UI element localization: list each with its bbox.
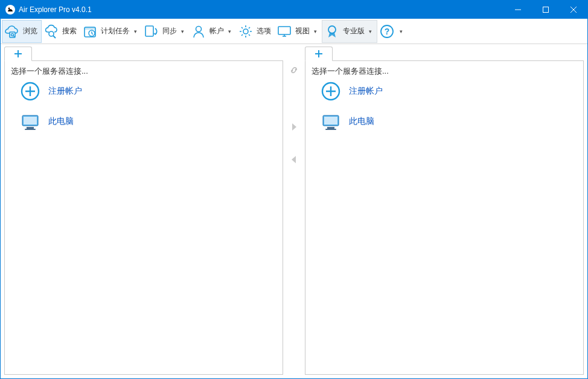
arrow-right-icon[interactable] [289, 121, 299, 132]
toolbar-help[interactable]: ? ▾ [377, 20, 407, 43]
right-pane: 选择一个服务器连接... 注册帐户 此电脑 [301, 44, 587, 378]
this-pc-label: 此电脑 [48, 116, 74, 127]
toolbar-view[interactable]: 视图 ▾ [275, 20, 322, 43]
svg-rect-13 [278, 27, 290, 34]
app-icon [5, 5, 15, 15]
tab-strip-right [305, 45, 584, 61]
minimize-button[interactable] [504, 1, 532, 19]
toolbar-label: 选项 [257, 26, 271, 36]
maximize-button[interactable] [532, 1, 560, 19]
connect-prompt: 选择一个服务器连接... [11, 66, 276, 77]
toolbar-tasks[interactable]: 计划任务 ▾ [80, 20, 142, 43]
svg-rect-8 [85, 27, 95, 30]
toolbar-sync[interactable]: 同步 ▾ [142, 20, 189, 43]
add-circle-icon [320, 80, 342, 102]
titlebar: Air Explorer Pro v4.0.1 [1, 1, 587, 19]
svg-rect-25 [327, 127, 334, 129]
toolbar-options[interactable]: 选项 [236, 20, 275, 43]
svg-point-14 [328, 26, 336, 33]
help-icon: ? [379, 23, 395, 40]
register-account-label: 注册帐户 [48, 86, 82, 97]
svg-rect-19 [24, 117, 37, 125]
toolbar-accounts[interactable]: 帐户 ▾ [189, 20, 236, 43]
workspace: 选择一个服务器连接... 注册帐户 此电脑 [1, 44, 587, 378]
svg-point-6 [49, 31, 54, 36]
chevron-down-icon: ▾ [312, 28, 318, 34]
svg-point-11 [196, 26, 202, 31]
window-title: Air Explorer Pro v4.0.1 [19, 5, 504, 14]
register-account-row[interactable]: 注册帐户 [320, 80, 577, 102]
toolbar-label: 浏览 [23, 26, 37, 36]
tab-strip-left [4, 45, 283, 61]
search-icon [43, 23, 60, 40]
svg-rect-2 [515, 10, 521, 10]
toolbar-label: 专业版 [343, 26, 365, 36]
new-tab-button[interactable] [305, 47, 333, 61]
toolbar-label: 计划任务 [101, 26, 130, 36]
this-pc-row[interactable]: 此电脑 [19, 111, 276, 132]
toolbar-label: 同步 [162, 26, 177, 36]
tasks-icon [81, 23, 98, 40]
left-pane: 选择一个服务器连接... 注册帐户 此电脑 [1, 44, 287, 378]
computer-icon [320, 111, 342, 132]
arrow-left-icon[interactable] [289, 154, 299, 165]
chevron-down-icon: ▾ [367, 28, 373, 34]
toolbar-browse[interactable]: 浏览 [2, 20, 42, 43]
svg-point-12 [243, 29, 248, 34]
computer-icon [19, 111, 41, 132]
chevron-down-icon: ▾ [132, 28, 138, 34]
connect-prompt: 选择一个服务器连接... [312, 66, 577, 77]
svg-rect-10 [145, 26, 153, 36]
svg-text:?: ? [385, 27, 390, 36]
svg-rect-21 [25, 129, 36, 130]
ribbon-icon [324, 23, 340, 40]
this-pc-label: 此电脑 [349, 116, 374, 127]
this-pc-row[interactable]: 此电脑 [320, 111, 577, 132]
svg-rect-26 [325, 129, 336, 130]
svg-rect-20 [27, 127, 34, 129]
window-controls [504, 1, 587, 19]
chevron-down-icon: ▾ [179, 28, 185, 34]
link-icon[interactable] [289, 65, 299, 76]
svg-rect-24 [324, 117, 337, 125]
register-account-row[interactable]: 注册帐户 [19, 80, 276, 102]
plus-icon [14, 50, 22, 58]
center-controls [287, 44, 301, 378]
close-button[interactable] [560, 1, 587, 19]
main-toolbar: 浏览 搜索 计划任务 ▾ 同步 ▾ 帐户 ▾ 选项 [1, 19, 587, 44]
chevron-down-icon: ▾ [226, 28, 232, 34]
sync-icon [143, 23, 160, 40]
gear-icon [237, 23, 254, 40]
toolbar-label: 视图 [295, 26, 310, 36]
toolbar-label: 搜索 [62, 26, 77, 36]
add-circle-icon [19, 80, 41, 102]
pane-body-left: 选择一个服务器连接... 注册帐户 此电脑 [4, 61, 283, 375]
toolbar-label: 帐户 [209, 26, 224, 36]
register-account-label: 注册帐户 [349, 86, 383, 97]
chevron-down-icon: ▾ [398, 28, 404, 34]
plus-icon [315, 50, 323, 58]
new-tab-button[interactable] [4, 47, 32, 61]
toolbar-pro[interactable]: 专业版 ▾ [322, 20, 377, 43]
svg-point-5 [11, 33, 14, 36]
browse-icon [4, 23, 21, 40]
accounts-icon [190, 23, 207, 40]
svg-rect-3 [543, 7, 549, 13]
pane-body-right: 选择一个服务器连接... 注册帐户 此电脑 [305, 61, 584, 375]
svg-point-1 [8, 8, 10, 10]
toolbar-search[interactable]: 搜索 [42, 20, 80, 43]
monitor-icon [276, 23, 293, 40]
